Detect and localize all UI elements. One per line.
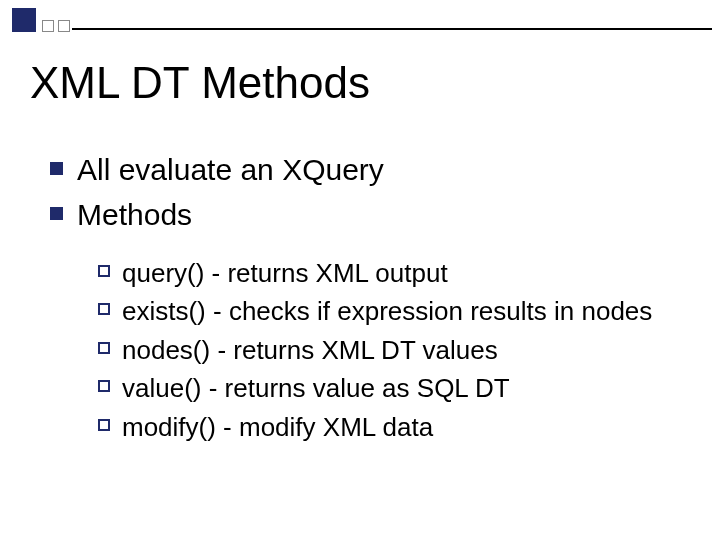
sub-bullet-text: modify() - modify XML data xyxy=(122,409,433,445)
hollow-square-bullet-icon xyxy=(98,303,110,315)
sub-bullet-item: exists() - checks if expression results … xyxy=(98,293,680,329)
small-square-icon xyxy=(58,20,70,32)
header-rule xyxy=(72,28,712,30)
accent-square-icon xyxy=(12,8,36,32)
slide-title: XML DT Methods xyxy=(30,58,370,108)
sub-bullet-item: query() - returns XML output xyxy=(98,255,680,291)
sub-bullet-text: exists() - checks if expression results … xyxy=(122,293,652,329)
sub-bullet-item: nodes() - returns XML DT values xyxy=(98,332,680,368)
bullet-item: All evaluate an XQuery xyxy=(50,150,680,191)
hollow-square-bullet-icon xyxy=(98,419,110,431)
hollow-square-bullet-icon xyxy=(98,342,110,354)
sub-bullet-text: nodes() - returns XML DT values xyxy=(122,332,498,368)
header-decoration xyxy=(12,8,74,32)
hollow-square-bullet-icon xyxy=(98,380,110,392)
sub-bullet-item: modify() - modify XML data xyxy=(98,409,680,445)
small-square-icon xyxy=(42,20,54,32)
filled-square-bullet-icon xyxy=(50,207,63,220)
filled-square-bullet-icon xyxy=(50,162,63,175)
bullet-item: Methods xyxy=(50,195,680,236)
bullet-text: Methods xyxy=(77,195,192,236)
sub-bullet-item: value() - returns value as SQL DT xyxy=(98,370,680,406)
sub-bullet-list: query() - returns XML output exists() - … xyxy=(98,255,680,445)
small-squares-group xyxy=(42,20,74,32)
hollow-square-bullet-icon xyxy=(98,265,110,277)
bullet-text: All evaluate an XQuery xyxy=(77,150,384,191)
slide-body: All evaluate an XQuery Methods query() -… xyxy=(50,150,680,447)
sub-bullet-text: query() - returns XML output xyxy=(122,255,448,291)
sub-bullet-text: value() - returns value as SQL DT xyxy=(122,370,510,406)
slide: XML DT Methods All evaluate an XQuery Me… xyxy=(0,0,720,540)
